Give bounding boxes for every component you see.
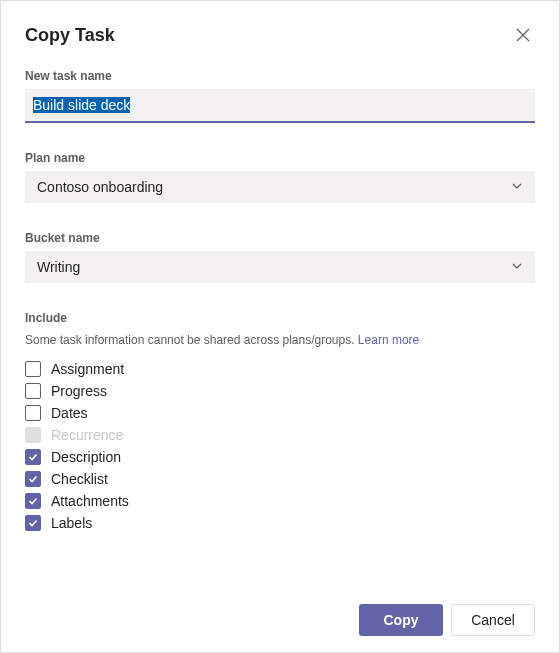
task-name-field-wrap [25,89,535,123]
include-item: Attachments [25,493,535,509]
include-checkbox[interactable] [25,449,41,465]
chevron-down-icon [511,179,523,195]
include-item-label: Dates [51,405,88,421]
include-item-label: Recurrence [51,427,123,443]
bucket-select[interactable]: Writing [25,251,535,283]
plan-select-value: Contoso onboarding [37,179,163,195]
task-name-label: New task name [25,69,535,83]
plan-select[interactable]: Contoso onboarding [25,171,535,203]
dialog-footer: Copy Cancel [359,604,535,636]
bucket-select-value: Writing [37,259,80,275]
dialog-header: Copy Task [25,23,535,47]
include-helper: Some task information cannot be shared a… [25,333,535,347]
include-item: Description [25,449,535,465]
plan-name-label: Plan name [25,151,535,165]
include-item-label: Assignment [51,361,124,377]
include-item: Labels [25,515,535,531]
close-icon [516,28,530,42]
include-item-label: Description [51,449,121,465]
include-item: Progress [25,383,535,399]
include-checkbox[interactable] [25,471,41,487]
include-item-label: Checklist [51,471,108,487]
bucket-name-label: Bucket name [25,231,535,245]
learn-more-link[interactable]: Learn more [358,333,419,347]
include-checkbox [25,427,41,443]
cancel-button[interactable]: Cancel [451,604,535,636]
include-checkbox[interactable] [25,515,41,531]
include-checkbox[interactable] [25,493,41,509]
include-item: Checklist [25,471,535,487]
task-name-input[interactable] [33,95,527,115]
include-checkbox[interactable] [25,383,41,399]
include-helper-text: Some task information cannot be shared a… [25,333,358,347]
dialog-title: Copy Task [25,25,115,46]
include-item-label: Attachments [51,493,129,509]
copy-button[interactable]: Copy [359,604,443,636]
include-list: AssignmentProgressDatesRecurrenceDescrip… [25,361,535,531]
include-heading: Include [25,311,535,325]
include-item: Assignment [25,361,535,377]
include-checkbox[interactable] [25,405,41,421]
close-button[interactable] [511,23,535,47]
include-item: Dates [25,405,535,421]
include-item: Recurrence [25,427,535,443]
include-item-label: Labels [51,515,92,531]
include-item-label: Progress [51,383,107,399]
chevron-down-icon [511,259,523,275]
include-checkbox[interactable] [25,361,41,377]
